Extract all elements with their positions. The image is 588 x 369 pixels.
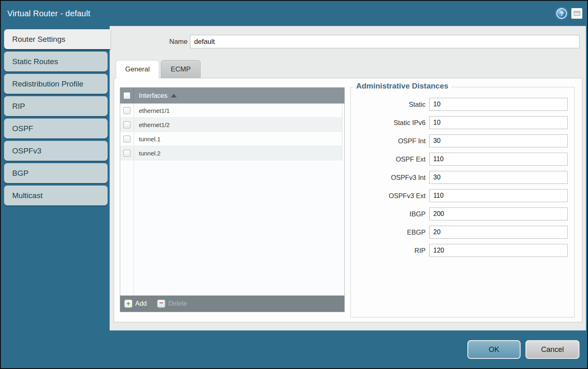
row-checkbox[interactable] (123, 136, 130, 142)
distance-input-static-ipv6[interactable] (429, 116, 568, 129)
column-separator (134, 104, 134, 296)
interfaces-table-header[interactable]: Interfaces (120, 88, 344, 104)
sidebar-item-redistribution-profile[interactable]: Redistribution Profile (4, 74, 108, 94)
distance-field-label: OSPF Int (352, 137, 426, 145)
interfaces-table-body: ethernet1/1 ethernet1/2 tunnel.1 tunnel.… (120, 104, 344, 296)
interface-row[interactable]: ethernet1/1 (120, 104, 342, 118)
name-label: Name (139, 35, 188, 48)
delete-button[interactable]: − Delete (157, 300, 187, 308)
window-restore-icon[interactable] (571, 8, 582, 19)
sidebar-item-rip[interactable]: RIP (4, 96, 108, 116)
distance-input-ospfv3-int[interactable] (429, 171, 568, 184)
window-restore-glyph (574, 11, 580, 16)
distance-input-ospf-int[interactable] (429, 134, 568, 147)
administrative-distances-fieldset: Administrative Distances Static Static I… (350, 87, 575, 317)
interface-name: tunnel.1 (139, 136, 160, 142)
scrollbar-track[interactable] (342, 104, 342, 160)
add-button-label: Add (135, 300, 147, 307)
row-checkbox[interactable] (123, 121, 130, 128)
distance-field-label: RIP (352, 247, 426, 255)
interfaces-column-header: Interfaces (139, 92, 167, 99)
interface-name: ethernet1/1 (139, 107, 170, 114)
distance-input-rip[interactable] (429, 244, 568, 257)
interface-row[interactable]: tunnel.2 (120, 146, 342, 160)
interface-name: ethernet1/2 (139, 121, 170, 128)
tab-ecmp[interactable]: ECMP (161, 60, 201, 78)
distance-input-ibgp[interactable] (429, 207, 568, 220)
sort-ascending-icon (171, 94, 177, 97)
distance-input-ebgp[interactable] (429, 226, 568, 239)
help-icon[interactable]: ? (556, 8, 567, 19)
delete-icon: − (157, 300, 165, 308)
dialog-title: Virtual Router - default (7, 9, 91, 18)
sidebar-item-ospf[interactable]: OSPF (4, 119, 108, 138)
sidebar-item-bgp[interactable]: BGP (4, 163, 108, 183)
distance-input-static[interactable] (429, 98, 568, 111)
distance-field-label: OSPF Ext (352, 155, 426, 163)
interfaces-table: Interfaces ethernet1/1 ethernet1/2 tunne… (120, 87, 345, 312)
cancel-button[interactable]: Cancel (525, 340, 579, 359)
row-checkbox[interactable] (123, 150, 130, 157)
interfaces-table-footer: + Add − Delete (120, 296, 344, 312)
virtual-router-dialog: Virtual Router - default ? Router Settin… (0, 0, 588, 369)
select-all-checkbox[interactable] (123, 92, 130, 99)
distance-field-label: IBGP (352, 210, 426, 218)
row-checkbox[interactable] (123, 107, 130, 114)
distance-field-label: OSPFv3 Ext (352, 192, 426, 200)
interface-name: tunnel.2 (139, 150, 160, 157)
interface-row[interactable]: tunnel.1 (120, 132, 342, 146)
dialog-titlebar: Virtual Router - default ? (1, 1, 587, 26)
add-button[interactable]: + Add (124, 300, 147, 308)
distance-field-label: Static (352, 101, 426, 108)
distance-field-label: OSPFv3 Int (352, 174, 426, 181)
sidebar-item-router-settings[interactable]: Router Settings (4, 29, 110, 49)
header-checkbox-cell (120, 88, 134, 104)
distance-input-ospfv3-ext[interactable] (429, 189, 568, 202)
sidebar-item-multicast[interactable]: Multicast (4, 186, 108, 205)
general-tab-panel: Interfaces ethernet1/1 ethernet1/2 tunne… (114, 78, 582, 322)
distance-field-label: EBGP (352, 229, 426, 236)
tab-general[interactable]: General (116, 60, 159, 78)
administrative-distances-title: Administrative Distances (353, 82, 451, 91)
sidebar-item-ospfv3[interactable]: OSPFv3 (4, 141, 108, 161)
delete-button-label: Delete (168, 300, 187, 307)
add-icon: + (124, 300, 132, 308)
interface-row[interactable]: ethernet1/2 (120, 118, 342, 132)
titlebar-icons: ? (556, 8, 582, 19)
name-input[interactable] (190, 35, 579, 48)
distance-field-label: Static IPv6 (352, 119, 426, 127)
distance-input-ospf-ext[interactable] (429, 153, 568, 166)
sidebar-item-static-routes[interactable]: Static Routes (4, 52, 108, 71)
ok-button[interactable]: OK (467, 340, 521, 359)
administrative-distances-fields: Static Static IPv6 OSPF Int OSPF Ext OSP… (351, 87, 574, 257)
